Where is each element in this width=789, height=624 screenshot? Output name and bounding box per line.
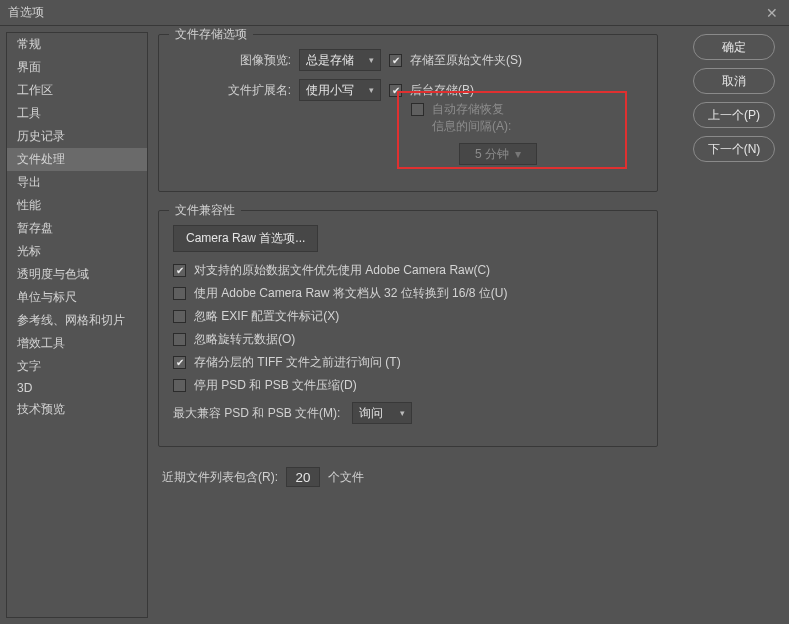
image-preview-select[interactable]: 总是存储 ▾ bbox=[299, 49, 381, 71]
sidebar-item-plugins[interactable]: 增效工具 bbox=[7, 332, 147, 355]
titlebar: 首选项 ✕ bbox=[0, 0, 789, 26]
disable-psd-comp-checkbox[interactable] bbox=[173, 379, 186, 392]
ext-value: 使用小写 bbox=[306, 82, 354, 99]
ok-button[interactable]: 确定 bbox=[693, 34, 775, 60]
ask-tiff-checkbox[interactable] bbox=[173, 356, 186, 369]
use-32to16-checkbox[interactable] bbox=[173, 287, 186, 300]
save-options-group: 文件存储选项 图像预览: 总是存储 ▾ 存储至原始文件夹(S) 文件扩展名: 使… bbox=[158, 34, 658, 192]
recent-files-suffix: 个文件 bbox=[328, 469, 364, 486]
chevron-down-icon: ▾ bbox=[369, 85, 374, 95]
window-title: 首选项 bbox=[8, 4, 44, 21]
close-icon[interactable]: ✕ bbox=[763, 5, 781, 21]
compat-legend: 文件兼容性 bbox=[169, 202, 241, 219]
use-32to16-label: 使用 Adobe Camera Raw 将文档从 32 位转换到 16/8 位(… bbox=[194, 285, 507, 302]
sidebar-item-guides[interactable]: 参考线、网格和切片 bbox=[7, 309, 147, 332]
next-button[interactable]: 下一个(N) bbox=[693, 136, 775, 162]
auto-save-interval-value: 5 分钟 bbox=[475, 146, 509, 163]
image-preview-row: 图像预览: 总是存储 ▾ 存储至原始文件夹(S) bbox=[173, 49, 643, 71]
compat-group: 文件兼容性 Camera Raw 首选项... 对支持的原始数据文件优先使用 A… bbox=[158, 210, 658, 447]
image-preview-value: 总是存储 bbox=[306, 52, 354, 69]
disable-psd-comp-label: 停用 PSD 和 PSB 文件压缩(D) bbox=[194, 377, 357, 394]
ignore-rotation-label: 忽略旋转元数据(O) bbox=[194, 331, 295, 348]
auto-save-label-1: 自动存储恢复 bbox=[432, 101, 511, 118]
main-panel: 确定 取消 上一个(P) 下一个(N) 文件存储选项 图像预览: 总是存储 ▾ … bbox=[148, 26, 789, 624]
cancel-button[interactable]: 取消 bbox=[693, 68, 775, 94]
sidebar-item-filehandling[interactable]: 文件处理 bbox=[7, 148, 147, 171]
ask-tiff-label: 存储分层的 TIFF 文件之前进行询问 (T) bbox=[194, 354, 401, 371]
ignore-exif-label: 忽略 EXIF 配置文件标记(X) bbox=[194, 308, 339, 325]
max-compat-label: 最大兼容 PSD 和 PSB 文件(M): bbox=[173, 405, 340, 422]
ext-select[interactable]: 使用小写 ▾ bbox=[299, 79, 381, 101]
ext-label: 文件扩展名: bbox=[173, 82, 291, 99]
max-compat-value: 询问 bbox=[359, 405, 383, 422]
sidebar-item-workspace[interactable]: 工作区 bbox=[7, 79, 147, 102]
sidebar: 常规 界面 工作区 工具 历史记录 文件处理 导出 性能 暂存盘 光标 透明度与… bbox=[6, 32, 148, 618]
auto-save-label-2: 信息的间隔(A): bbox=[432, 118, 511, 135]
auto-save-interval-select[interactable]: 5 分钟 ▾ bbox=[459, 143, 537, 165]
action-buttons: 确定 取消 上一个(P) 下一个(N) bbox=[693, 34, 775, 162]
prefer-acr-checkbox[interactable] bbox=[173, 264, 186, 277]
sidebar-item-units[interactable]: 单位与标尺 bbox=[7, 286, 147, 309]
sidebar-item-general[interactable]: 常规 bbox=[7, 33, 147, 56]
sidebar-item-type[interactable]: 文字 bbox=[7, 355, 147, 378]
chevron-down-icon: ▾ bbox=[515, 147, 521, 161]
save-original-label: 存储至原始文件夹(S) bbox=[410, 52, 522, 69]
prefer-acr-label: 对支持的原始数据文件优先使用 Adobe Camera Raw(C) bbox=[194, 262, 490, 279]
auto-save-highlight: 自动存储恢复 信息的间隔(A): 5 分钟 ▾ bbox=[397, 91, 627, 169]
save-original-checkbox[interactable] bbox=[389, 54, 402, 67]
sidebar-item-export[interactable]: 导出 bbox=[7, 171, 147, 194]
sidebar-item-3d[interactable]: 3D bbox=[7, 378, 147, 398]
recent-files-row: 近期文件列表包含(R): 个文件 bbox=[162, 467, 779, 487]
save-options-legend: 文件存储选项 bbox=[169, 26, 253, 43]
recent-files-label: 近期文件列表包含(R): bbox=[162, 469, 278, 486]
image-preview-label: 图像预览: bbox=[173, 52, 291, 69]
sidebar-item-transparency[interactable]: 透明度与色域 bbox=[7, 263, 147, 286]
sidebar-item-tools[interactable]: 工具 bbox=[7, 102, 147, 125]
sidebar-item-techpreview[interactable]: 技术预览 bbox=[7, 398, 147, 421]
sidebar-item-scratch[interactable]: 暂存盘 bbox=[7, 217, 147, 240]
sidebar-item-performance[interactable]: 性能 bbox=[7, 194, 147, 217]
chevron-down-icon: ▾ bbox=[369, 55, 374, 65]
auto-save-checkbox[interactable] bbox=[411, 103, 424, 116]
sidebar-item-interface[interactable]: 界面 bbox=[7, 56, 147, 79]
camera-raw-prefs-button[interactable]: Camera Raw 首选项... bbox=[173, 225, 318, 252]
prev-button[interactable]: 上一个(P) bbox=[693, 102, 775, 128]
max-compat-select[interactable]: 询问 ▾ bbox=[352, 402, 412, 424]
ignore-exif-checkbox[interactable] bbox=[173, 310, 186, 323]
dialog-body: 常规 界面 工作区 工具 历史记录 文件处理 导出 性能 暂存盘 光标 透明度与… bbox=[0, 26, 789, 624]
ignore-rotation-checkbox[interactable] bbox=[173, 333, 186, 346]
chevron-down-icon: ▾ bbox=[400, 408, 405, 418]
recent-files-input[interactable] bbox=[286, 467, 320, 487]
sidebar-item-history[interactable]: 历史记录 bbox=[7, 125, 147, 148]
sidebar-item-cursors[interactable]: 光标 bbox=[7, 240, 147, 263]
